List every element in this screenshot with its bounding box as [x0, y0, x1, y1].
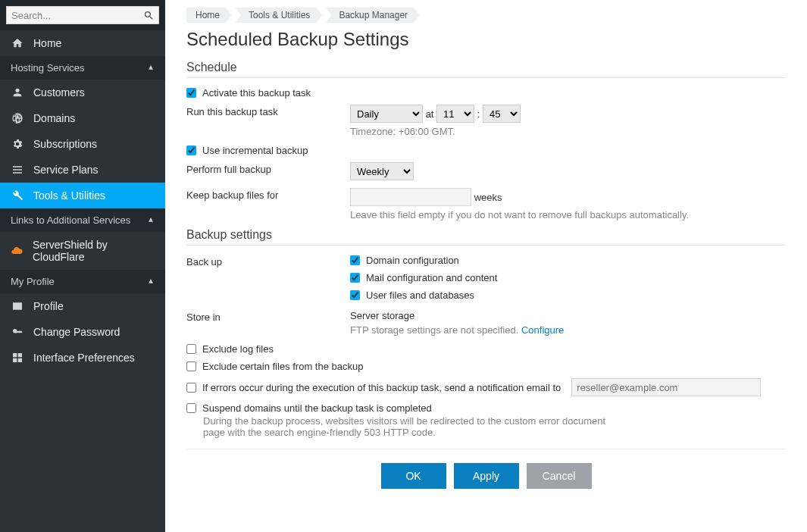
- sidebar-item-service-plans[interactable]: Service Plans: [0, 157, 165, 183]
- keep-files-label: Keep backup files for: [186, 188, 350, 201]
- sidebar-item-label: Interface Preferences: [33, 352, 135, 364]
- key-icon: [11, 326, 24, 338]
- suspend-hint: During the backup process, websites visi…: [203, 415, 612, 438]
- mail-config-checkbox[interactable]: [350, 273, 360, 283]
- sidebar-item-domains[interactable]: Domains: [0, 105, 165, 131]
- configure-link[interactable]: Configure: [521, 324, 564, 336]
- chevron-up-icon: ▼: [147, 64, 155, 72]
- activate-label[interactable]: Activate this backup task: [202, 87, 311, 99]
- globe-icon: [11, 112, 24, 124]
- sidebar-item-customers[interactable]: Customers: [0, 80, 165, 105]
- sidebar-item-tools-utilities[interactable]: Tools & Utilities: [0, 183, 165, 208]
- full-backup-select[interactable]: Weekly: [350, 162, 414, 180]
- gear-icon: [11, 138, 24, 150]
- sidebar-item-profile[interactable]: Profile: [0, 293, 165, 319]
- sidebar-section-links[interactable]: Links to Additional Services ▼: [0, 208, 165, 232]
- sidebar-item-change-password[interactable]: Change Password: [0, 319, 165, 345]
- exclude-certain-label[interactable]: Exclude certain files from the backup: [202, 361, 363, 372]
- ok-button[interactable]: OK: [381, 463, 446, 489]
- breadcrumb-item[interactable]: Tools & Utilities: [235, 8, 322, 23]
- sidebar-item-label: Profile: [33, 300, 64, 312]
- person-icon: [11, 86, 24, 99]
- keep-files-input[interactable]: [350, 188, 471, 206]
- full-backup-label: Perform full backup: [186, 162, 350, 175]
- cancel-button[interactable]: Cancel: [527, 463, 592, 489]
- suspend-label[interactable]: Suspend domains until the backup task is…: [202, 402, 432, 414]
- section-schedule-heading: Schedule: [186, 61, 786, 78]
- user-files-checkbox[interactable]: [350, 290, 360, 300]
- store-in-label: Store in: [186, 310, 350, 323]
- errors-email-label[interactable]: If errors occur during the execution of …: [202, 382, 561, 393]
- main-content: Home Tools & Utilities Backup Manager Sc…: [165, 0, 807, 532]
- sidebar: Home Hosting Services ▼ Customers Domain…: [0, 0, 165, 532]
- errors-email-input[interactable]: [571, 378, 761, 396]
- sidebar-item-label: ServerShield by CloudFlare: [33, 239, 155, 263]
- activate-checkbox[interactable]: [186, 88, 196, 98]
- sidebar-item-label: Tools & Utilities: [33, 189, 105, 202]
- keep-unit-label: weeks: [474, 192, 502, 203]
- timezone-hint: Timezone: +06:00 GMT.: [350, 126, 786, 137]
- divider: [186, 449, 786, 449]
- id-icon: [11, 300, 24, 312]
- exclude-log-checkbox[interactable]: [186, 344, 196, 354]
- apply-button[interactable]: Apply: [454, 463, 519, 489]
- sidebar-item-servershield[interactable]: ServerShield by CloudFlare: [0, 232, 165, 270]
- home-icon: [11, 37, 24, 49]
- sidebar-item-label: Domains: [33, 112, 75, 124]
- sidebar-item-label: Change Password: [33, 326, 120, 338]
- search-input[interactable]: [6, 6, 159, 24]
- sidebar-item-home[interactable]: Home: [0, 30, 165, 56]
- hour-select[interactable]: 11: [436, 105, 474, 123]
- sidebar-item-subscriptions[interactable]: Subscriptions: [0, 131, 165, 157]
- exclude-log-label[interactable]: Exclude log files: [202, 343, 274, 355]
- incremental-checkbox[interactable]: [186, 146, 196, 155]
- section-backup-settings-heading: Backup settings: [186, 228, 786, 246]
- sidebar-item-label: Customers: [33, 86, 85, 99]
- sidebar-item-label: Subscriptions: [33, 138, 97, 150]
- sidebar-item-interface-preferences[interactable]: Interface Preferences: [0, 345, 165, 371]
- store-hint: FTP storage settings are not specified.: [350, 324, 521, 336]
- minute-select[interactable]: 45: [483, 105, 521, 123]
- sidebar-item-label: Service Plans: [33, 164, 99, 176]
- plans-icon: [11, 164, 24, 176]
- breadcrumb: Home Tools & Utilities Backup Manager: [186, 8, 786, 23]
- suspend-checkbox[interactable]: [186, 403, 196, 413]
- page-title: Scheduled Backup Settings: [186, 29, 786, 50]
- search-icon: [143, 10, 155, 23]
- keep-files-hint: Leave this field empty if you do not wan…: [350, 209, 786, 221]
- wrench-icon: [11, 189, 24, 202]
- breadcrumb-item[interactable]: Home: [186, 8, 232, 23]
- chevron-up-icon: ▼: [147, 277, 155, 286]
- domain-config-label[interactable]: Domain configuration: [366, 255, 459, 266]
- user-files-label[interactable]: User files and databases: [366, 289, 474, 301]
- backup-label: Back up: [186, 255, 350, 268]
- run-task-label: Run this backup task: [186, 105, 350, 117]
- mail-config-label[interactable]: Mail configuration and content: [366, 272, 497, 283]
- domain-config-checkbox[interactable]: [350, 255, 360, 265]
- chevron-up-icon: ▼: [147, 216, 155, 224]
- sidebar-item-label: Home: [33, 37, 61, 49]
- at-label: at: [426, 108, 434, 120]
- incremental-label[interactable]: Use incremental backup: [202, 145, 308, 156]
- store-in-value: Server storage: [350, 310, 786, 321]
- sidebar-section-hosting[interactable]: Hosting Services ▼: [0, 56, 165, 80]
- grid-icon: [11, 352, 24, 364]
- cloud-icon: [11, 245, 23, 257]
- exclude-certain-checkbox[interactable]: [186, 361, 196, 371]
- errors-email-checkbox[interactable]: [186, 383, 196, 393]
- breadcrumb-item[interactable]: Backup Manager: [325, 8, 420, 23]
- frequency-select[interactable]: Daily: [350, 105, 423, 123]
- sidebar-section-profile[interactable]: My Profile ▼: [0, 270, 165, 293]
